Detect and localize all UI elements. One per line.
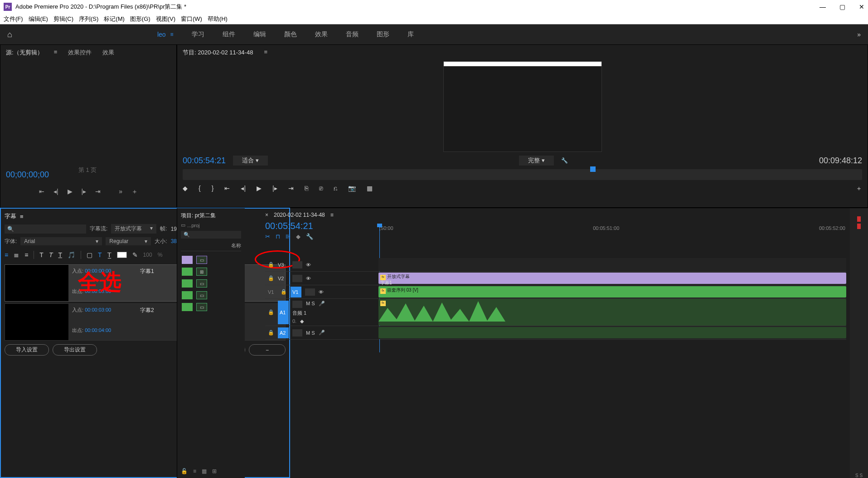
program-monitor[interactable] (443, 61, 602, 152)
project-item[interactable]: ▭ (181, 278, 241, 289)
stream-select[interactable]: 开放式字幕▾ (111, 224, 156, 234)
playhead-icon[interactable] (590, 166, 596, 172)
marker-add-icon[interactable]: ◆ (296, 233, 301, 240)
clip-audio[interactable]: fx (378, 299, 846, 326)
timeline-sequence-name[interactable]: 2020-02-02 11-34-48 (274, 212, 325, 218)
menu-file[interactable]: 文件(F) (4, 15, 23, 23)
mute-solo[interactable]: M S (306, 330, 315, 336)
nest-icon[interactable]: ✂ (265, 233, 270, 240)
freeform-view-icon[interactable]: ⊞ (212, 468, 217, 474)
opacity-value[interactable]: 100 (143, 252, 152, 258)
clip-video[interactable]: fx 嵌套序列 03 [V] (378, 286, 846, 298)
text-fill-icon[interactable]: T (98, 251, 102, 259)
eye-icon[interactable]: 👁 (319, 289, 324, 295)
clip-caption[interactable]: fx 开放式字幕 (378, 273, 846, 284)
menu-marker[interactable]: 标记(M) (104, 15, 125, 23)
lift-icon[interactable]: ⎘ (305, 185, 308, 193)
program-timecode[interactable]: 00:05:54:21 (183, 156, 226, 166)
lock-icon[interactable]: 🔒 (268, 275, 274, 281)
go-out-icon[interactable]: ⇥ (288, 185, 294, 193)
camera-icon[interactable]: 📷 (348, 185, 356, 193)
track-label[interactable]: A1 (278, 301, 289, 324)
source-add-icon[interactable]: ＋ (131, 188, 138, 196)
step-fwd-icon[interactable]: |▸ (272, 185, 277, 193)
project-item[interactable]: ▭ (181, 301, 241, 313)
program-quality-select[interactable]: 完整 ▾ (519, 156, 554, 166)
track-label[interactable]: V3 (278, 262, 289, 268)
track-toggle[interactable] (292, 329, 302, 337)
workspace-editing[interactable]: 编辑 (253, 30, 266, 39)
project-item[interactable]: ▭ (181, 289, 241, 301)
menu-clip[interactable]: 剪辑(C) (53, 15, 73, 23)
source-play-icon[interactable]: ▶ (68, 188, 73, 196)
lock-icon[interactable]: 🔒 (268, 262, 274, 268)
workspace-audio[interactable]: 音频 (346, 30, 359, 39)
underline-icon[interactable]: T (58, 251, 62, 259)
track-label[interactable]: A2 (278, 327, 289, 338)
caption-panel-menu-icon[interactable]: ≡ (20, 213, 24, 220)
play-icon[interactable]: ▶ (257, 185, 262, 193)
program-scrubber[interactable] (183, 169, 862, 180)
font-select[interactable]: Arial▾ (20, 237, 102, 245)
timeline-settings-icon[interactable]: 🔧 (306, 233, 313, 240)
project-item[interactable]: ⊞ (181, 266, 241, 278)
workspace-learn[interactable]: 学习 (192, 30, 204, 39)
source-step-back-icon[interactable]: ◂| (53, 188, 58, 196)
program-menu-icon[interactable]: ≡ (264, 49, 267, 57)
bold-icon[interactable]: T (39, 251, 44, 259)
export-frame-icon[interactable]: ⎌ (334, 185, 337, 193)
source-patch-v1[interactable]: V1 (268, 289, 277, 295)
tab-effect-controls[interactable]: 效果控件 (68, 49, 92, 57)
track-label[interactable]: V2 (278, 276, 289, 281)
music-icon[interactable]: 🎵 (68, 251, 75, 259)
voice-icon[interactable]: 🎤 (319, 330, 325, 336)
timeline-menu-icon[interactable]: ≡ (330, 212, 334, 218)
track-toggle[interactable] (292, 301, 302, 308)
track-toggle[interactable] (292, 275, 302, 282)
folder-icon[interactable]: ▭ (181, 222, 185, 228)
keyframe-icon[interactable]: ◆ (300, 318, 304, 324)
project-name-header[interactable]: 名称 (231, 242, 241, 249)
program-fit-select[interactable]: 适合 ▾ (233, 156, 268, 166)
source-more-icon[interactable]: » (119, 188, 122, 196)
clip-audio[interactable] (378, 327, 846, 338)
lock-icon[interactable]: 🔒 (268, 309, 274, 315)
eyedropper-icon[interactable]: ✎ (132, 251, 138, 259)
workspace-menu-icon[interactable]: ≡ (170, 31, 174, 38)
workspace-library[interactable]: 库 (407, 30, 414, 39)
workspace-color[interactable]: 颜色 (284, 30, 297, 39)
track-toggle[interactable] (305, 288, 315, 296)
italic-icon[interactable]: T (49, 251, 53, 259)
mark-in-icon[interactable]: { (199, 185, 201, 193)
linked-selection-icon[interactable]: ⊪ (286, 233, 291, 240)
import-settings-button[interactable]: 导入设置 (5, 344, 49, 356)
close-window-button[interactable]: ✕ (859, 3, 864, 10)
mark-out-icon[interactable]: } (212, 185, 214, 193)
timeline-close-icon[interactable]: × (265, 212, 268, 218)
menu-window[interactable]: 窗口(W) (181, 15, 202, 23)
tab-effects[interactable]: 效果 (102, 49, 114, 57)
tab-source[interactable]: 源:（无剪辑） (6, 49, 43, 57)
lock-icon[interactable]: 🔒 (281, 289, 287, 295)
workspace-leo[interactable]: leo (157, 31, 166, 38)
source-step-fwd-icon[interactable]: |▸ (82, 188, 87, 196)
icon-view-icon[interactable]: ▦ (202, 468, 207, 474)
project-title[interactable]: 项目: pr第二集 (181, 212, 241, 219)
source-pager[interactable]: 第 1 页 (78, 166, 97, 174)
workspace-effects[interactable]: 效果 (315, 30, 328, 39)
font-style-select[interactable]: Regular▾ (106, 237, 151, 245)
workspace-overflow-icon[interactable]: » (857, 31, 861, 38)
voice-icon[interactable]: 🎤 (319, 301, 325, 308)
menu-edit[interactable]: 编辑(E) (29, 15, 48, 23)
track-toggle[interactable] (292, 261, 302, 268)
minimize-button[interactable]: — (820, 3, 826, 10)
eye-icon[interactable]: 👁 (306, 262, 311, 268)
source-go-in-icon[interactable]: ⇤ (39, 188, 44, 196)
menu-sequence[interactable]: 序列(S) (79, 15, 98, 23)
panel-menu-icon[interactable]: ≡ (54, 49, 58, 57)
marker-icon[interactable]: ◆ (183, 185, 188, 193)
export-settings-button[interactable]: 导出设置 (53, 344, 97, 356)
workspace-assembly[interactable]: 组件 (223, 30, 235, 39)
snap-icon[interactable]: ⊓ (276, 233, 280, 240)
text-stroke-icon[interactable]: T̲ (107, 251, 112, 259)
